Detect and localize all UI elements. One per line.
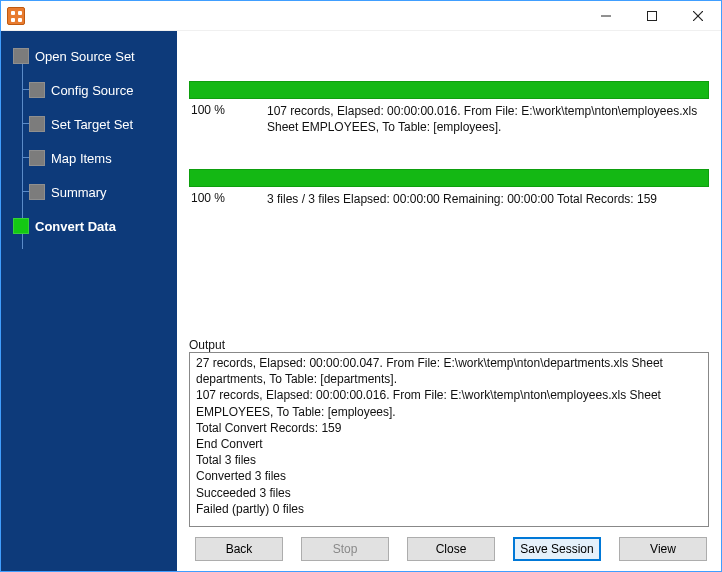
- sidebar-item-label: Open Source Set: [35, 49, 135, 64]
- step-icon: [13, 48, 29, 64]
- step-icon-active: [13, 218, 29, 234]
- minimize-icon: [601, 11, 611, 21]
- step-icon: [29, 116, 45, 132]
- file-progress-detail: 107 records, Elapsed: 00:00:00.016. From…: [267, 103, 709, 135]
- close-window-button[interactable]: [675, 1, 721, 31]
- output-line: Total Convert Records: 159: [196, 420, 702, 436]
- output-line: 27 records, Elapsed: 00:00:00.047. From …: [196, 355, 702, 387]
- titlebar: [1, 1, 721, 31]
- sidebar-item-label: Summary: [51, 185, 107, 200]
- total-progress-detail: 3 files / 3 files Elapsed: 00:00:00 Rema…: [267, 191, 709, 207]
- step-icon: [29, 184, 45, 200]
- total-progress-bar: [189, 169, 709, 187]
- minimize-button[interactable]: [583, 1, 629, 31]
- sidebar-item-set-target-set[interactable]: Set Target Set: [29, 113, 171, 135]
- maximize-button[interactable]: [629, 1, 675, 31]
- output-line: Failed (partly) 0 files: [196, 501, 702, 517]
- output-label: Output: [189, 332, 709, 352]
- output-line: Total 3 files: [196, 452, 702, 468]
- sidebar-item-label: Convert Data: [35, 219, 116, 234]
- maximize-icon: [647, 11, 657, 21]
- sidebar-item-label: Set Target Set: [51, 117, 133, 132]
- button-row: Back Stop Close Save Session View: [189, 527, 709, 561]
- app-icon: [7, 7, 25, 25]
- save-session-button[interactable]: Save Session: [513, 537, 601, 561]
- close-icon: [693, 11, 703, 21]
- sidebar-item-label: Config Source: [51, 83, 133, 98]
- sidebar-item-summary[interactable]: Summary: [29, 181, 171, 203]
- sidebar-item-convert-data[interactable]: Convert Data: [13, 215, 171, 237]
- sidebar-item-map-items[interactable]: Map Items: [29, 147, 171, 169]
- sidebar-item-open-source-set[interactable]: Open Source Set: [13, 45, 171, 67]
- step-icon: [29, 150, 45, 166]
- wizard-sidebar: Open Source Set Config Source Set Target…: [1, 31, 177, 571]
- close-button[interactable]: Close: [407, 537, 495, 561]
- view-button[interactable]: View: [619, 537, 707, 561]
- main-panel: 100 % 107 records, Elapsed: 00:00:00.016…: [177, 31, 721, 571]
- step-icon: [29, 82, 45, 98]
- output-log[interactable]: 27 records, Elapsed: 00:00:00.047. From …: [189, 352, 709, 527]
- svg-rect-1: [648, 11, 657, 20]
- back-button[interactable]: Back: [195, 537, 283, 561]
- output-line: Converted 3 files: [196, 468, 702, 484]
- output-line: End Convert: [196, 436, 702, 452]
- output-line: Succeeded 3 files: [196, 485, 702, 501]
- total-progress-percent: 100 %: [189, 191, 267, 205]
- file-progress-percent: 100 %: [189, 103, 267, 117]
- sidebar-item-config-source[interactable]: Config Source: [29, 79, 171, 101]
- file-progress-bar: [189, 81, 709, 99]
- sidebar-item-label: Map Items: [51, 151, 112, 166]
- stop-button: Stop: [301, 537, 389, 561]
- output-line: 107 records, Elapsed: 00:00:00.016. From…: [196, 387, 702, 419]
- app-window: Open Source Set Config Source Set Target…: [0, 0, 722, 572]
